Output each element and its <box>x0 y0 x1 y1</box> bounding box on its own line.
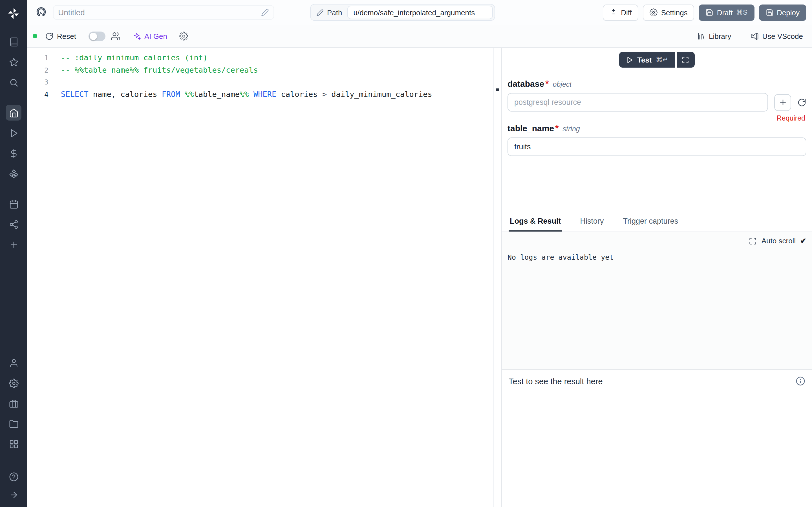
add-resource-button[interactable] <box>774 94 791 111</box>
refresh-resources-button[interactable] <box>797 98 806 107</box>
status-dot <box>33 34 37 38</box>
reset-label: Reset <box>57 32 76 40</box>
sidebar-item-help[interactable] <box>6 469 21 485</box>
library-button[interactable]: Library <box>697 32 731 40</box>
sidebar-item-search[interactable] <box>6 74 21 90</box>
editor-settings-icon[interactable] <box>180 32 189 41</box>
diff-label: Diff <box>621 8 632 17</box>
maximize-icon <box>682 56 689 63</box>
table-name-field-label: table_name * string <box>507 123 806 133</box>
info-icon[interactable] <box>796 370 812 388</box>
sidebar-item-resources[interactable] <box>6 166 21 181</box>
settings-label: Settings <box>661 8 688 17</box>
edit-path-icon <box>316 9 324 16</box>
sidebar-item-folders[interactable] <box>6 416 21 432</box>
table-name-label: table_name <box>507 123 554 133</box>
code-line[interactable]: 3 <box>27 76 501 88</box>
script-title-field[interactable] <box>53 5 274 20</box>
results-tabs: Logs & ResultHistoryTrigger captures <box>502 212 812 232</box>
sidebar-item-add[interactable] <box>6 237 21 252</box>
script-title-input[interactable] <box>58 8 261 17</box>
test-button[interactable]: Test ⌘↵ <box>619 52 675 68</box>
deploy-label: Deploy <box>777 8 800 17</box>
settings-button[interactable]: Settings <box>643 4 695 20</box>
path-label-group: Path <box>316 8 347 17</box>
result-hint: Test to see the result here <box>502 370 603 386</box>
test-shortcut: ⌘↵ <box>656 56 668 64</box>
edit-title-icon[interactable] <box>261 8 269 16</box>
database-label: database <box>507 79 544 89</box>
sidebar-item-flows[interactable] <box>6 216 21 232</box>
draft-label: Draft <box>717 8 733 17</box>
refresh-icon <box>45 32 54 40</box>
auto-scroll-toggle[interactable]: Auto scroll ✔ <box>749 237 806 245</box>
database-field-label: database * object <box>507 79 806 89</box>
code-line[interactable]: 4SELECT name, calories FROM %%table_name… <box>27 88 501 100</box>
postgresql-icon <box>35 6 47 18</box>
library-icon <box>697 32 705 40</box>
sidebar-item-apps[interactable] <box>6 436 21 452</box>
sidebar-item-schedules[interactable] <box>6 196 21 212</box>
diff-button[interactable]: Diff <box>603 4 639 20</box>
tab-trigger-captures[interactable]: Trigger captures <box>622 212 679 231</box>
database-input[interactable] <box>507 93 768 112</box>
sidebar-item-user[interactable] <box>6 355 21 371</box>
path-pill[interactable]: Path u/demo/safe_interpolated_arguments <box>310 4 495 21</box>
deploy-button[interactable]: Deploy <box>759 4 806 20</box>
args-form: database * object Requ <box>502 68 812 156</box>
diff-icon <box>610 8 617 16</box>
code-text: SELECT name, calories FROM %%table_name%… <box>61 88 432 100</box>
save-icon <box>706 8 714 16</box>
sidebar-groups <box>6 34 21 267</box>
editor-scrollbar[interactable] <box>493 48 501 507</box>
line-number: 2 <box>27 64 49 76</box>
code-text: -- %%table_name%% fruits/vegetables/cere… <box>61 64 258 76</box>
windmill-script-editor: Path u/demo/safe_interpolated_arguments … <box>0 0 812 507</box>
sidebar-bottom <box>6 355 21 452</box>
expand-test-button[interactable] <box>677 52 695 68</box>
code-line[interactable]: 2-- %%table_name%% fruits/vegetables/cer… <box>27 64 501 76</box>
reset-button[interactable]: Reset <box>45 32 76 40</box>
sidebar-item-home[interactable] <box>6 105 21 121</box>
sparkles-icon <box>133 32 141 40</box>
tab-history[interactable]: History <box>579 212 605 231</box>
result-area: Test to see the result here <box>502 369 812 507</box>
required-asterisk: * <box>555 123 559 133</box>
path-value[interactable]: u/demo/safe_interpolated_arguments <box>347 6 493 19</box>
logs-area: Auto scroll ✔ No logs are available yet <box>502 232 812 369</box>
database-type: object <box>553 80 572 89</box>
sidebar-item-star[interactable] <box>6 54 21 70</box>
auto-scroll-label: Auto scroll <box>762 237 796 245</box>
expand-logs-icon[interactable] <box>749 237 757 245</box>
users-icon[interactable] <box>111 32 120 41</box>
code-line[interactable]: 1-- :daily_minimum_calories (int) <box>27 52 501 64</box>
results-section: Logs & ResultHistoryTrigger captures Aut… <box>502 212 812 507</box>
sidebar-item-runs[interactable] <box>6 125 21 141</box>
windmill-logo-icon[interactable] <box>6 6 21 21</box>
code-lines[interactable]: 1-- :daily_minimum_calories (int)2-- %%t… <box>27 48 501 100</box>
line-number: 1 <box>27 52 49 64</box>
sidebar-item-collapse[interactable] <box>6 487 21 503</box>
sidebar-item-workers[interactable] <box>6 395 21 411</box>
draft-button[interactable]: Draft ⌘S <box>699 4 754 20</box>
topbar-actions: Diff Settings Draft ⌘S <box>603 4 806 20</box>
required-asterisk: * <box>545 79 549 89</box>
gear-icon <box>650 8 658 16</box>
tab-logs-result[interactable]: Logs & Result <box>509 212 562 231</box>
collab-toggle[interactable] <box>89 31 105 41</box>
ai-gen-button[interactable]: AI Gen <box>133 32 167 40</box>
sidebar-item-settings[interactable] <box>6 375 21 391</box>
library-label: Library <box>709 32 731 40</box>
test-button-group: Test ⌘↵ <box>502 52 812 68</box>
code-editor[interactable]: 1-- :daily_minimum_calories (int)2-- %%t… <box>27 48 501 507</box>
test-panel: Test ⌘↵ database * object <box>501 48 812 507</box>
vscode-icon <box>750 32 759 40</box>
use-vscode-button[interactable]: Use VScode <box>750 32 803 40</box>
topbar: Path u/demo/safe_interpolated_arguments … <box>27 0 812 25</box>
sidebar-item-variables[interactable] <box>6 145 21 161</box>
draft-shortcut: ⌘S <box>736 8 748 16</box>
ai-gen-label: AI Gen <box>144 32 167 40</box>
table-name-input[interactable] <box>507 137 806 156</box>
line-number: 4 <box>27 88 49 100</box>
sidebar-item-book[interactable] <box>6 34 21 50</box>
